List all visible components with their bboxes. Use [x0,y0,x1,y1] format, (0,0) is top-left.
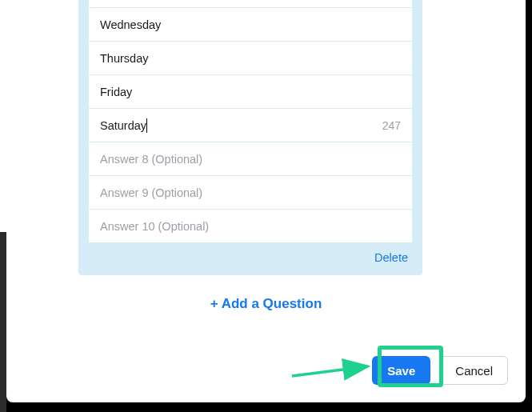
answer-row-active[interactable]: Saturday 247 [88,109,413,142]
answer-row[interactable]: Thursday [88,42,413,75]
modal-dialog: Wednesday Thursday Friday Saturday 247 A… [6,0,526,402]
answer-text: Saturday [100,119,146,132]
delete-label: Delete [374,251,408,264]
answer-row-partial-top[interactable] [88,0,413,8]
answer-row-optional[interactable]: Answer 9 (Optional) [88,176,413,210]
answer-placeholder: Answer 9 (Optional) [100,186,202,199]
char-count: 247 [382,119,401,132]
add-question-label: Add a Question [222,296,322,311]
answer-text: Wednesday [100,18,161,31]
text-caret [146,118,147,133]
background-dark-strip [0,232,6,412]
answer-row-optional[interactable]: Answer 10 (Optional) [88,210,413,243]
cancel-button[interactable]: Cancel [440,356,508,385]
modal-footer: Save Cancel [372,356,508,385]
answer-row[interactable]: Wednesday [88,8,413,42]
cancel-label: Cancel [455,364,493,378]
background-left-strip [0,0,6,232]
save-label: Save [387,364,415,378]
answer-row[interactable]: Friday [88,75,413,109]
answer-row-optional[interactable]: Answer 8 (Optional) [88,142,413,176]
answer-placeholder: Answer 10 (Optional) [100,220,209,233]
plus-icon: + [210,296,218,311]
answer-text: Thursday [100,52,148,65]
delete-question-link[interactable]: Delete [88,243,413,264]
answer-placeholder: Answer 8 (Optional) [100,153,202,166]
save-button[interactable]: Save [372,356,430,385]
question-answers-block: Wednesday Thursday Friday Saturday 247 A… [78,0,422,275]
add-question-button[interactable]: +Add a Question [6,296,526,312]
answer-text: Friday [100,86,132,98]
